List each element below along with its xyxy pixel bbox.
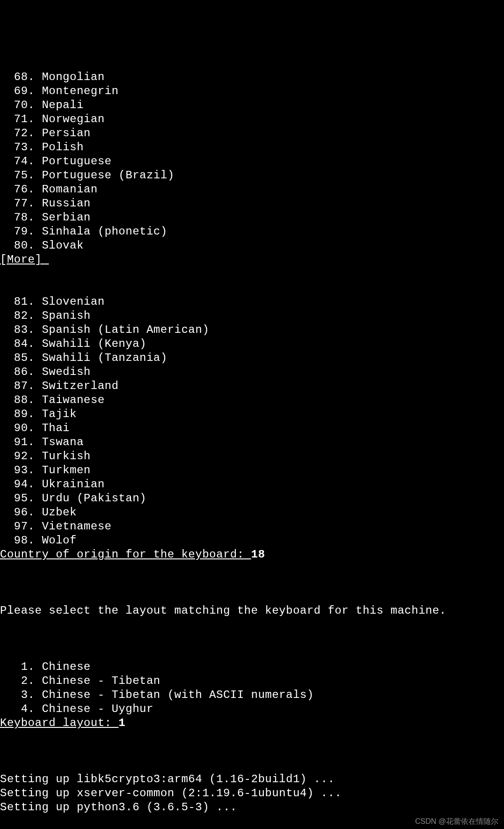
list-item: 90. Thai [0,421,504,435]
list-item: 2. Chinese - Tibetan [0,674,504,688]
list-item: 3. Chinese - Tibetan (with ASCII numeral… [0,688,504,702]
watermark: CSDN @花蕾依在情随尔 [415,817,498,826]
list-item: 74. Portuguese [0,154,504,169]
list-item: 84. Swahili (Kenya) [0,337,504,351]
list-item: 88. Taiwanese [0,393,504,407]
more-pager[interactable]: [More] [0,253,49,266]
list-item: 77. Russian [0,197,504,211]
country-origin-input[interactable]: 18 [251,548,265,561]
keyboard-layout-prompt: Keyboard layout: [0,717,118,729]
blank-line [0,632,504,646]
country-origin-prompt: Country of origin for the keyboard: [0,548,251,561]
list-item: 81. Slovenian [0,295,504,309]
list-item: 70. Nepali [0,98,504,112]
setup-line: Setting up xserver-common (2:1.19.6-1ubu… [0,786,504,800]
list-item: 96. Uzbek [0,506,504,520]
list-item: 83. Spanish (Latin American) [0,323,504,337]
setup-line: Setting up python3.6 (3.6.5-3) ... [0,800,504,814]
keyboard-layout-input[interactable]: 1 [118,717,125,729]
list-item: 75. Portuguese (Brazil) [0,169,504,183]
list-item: 72. Persian [0,126,504,140]
list-item: 86. Swedish [0,365,504,379]
list-item: 95. Urdu (Pakistan) [0,492,504,506]
list-item: 93. Turkmen [0,463,504,477]
list-item: 73. Polish [0,140,504,154]
terminal-output: 68. Mongolian 69. Montenegrin 70. Nepali… [0,56,504,829]
list-item: 97. Vietnamese [0,520,504,534]
list-item: 91. Tswana [0,435,504,449]
list-item: 76. Romanian [0,183,504,197]
list-item: 82. Spanish [0,309,504,323]
list-item: 79. Sinhala (phonetic) [0,225,504,239]
list-item: 68. Mongolian [0,70,504,84]
list-item: 87. Switzerland [0,379,504,393]
list-item: 4. Chinese - Uyghur [0,702,504,716]
list-item: 71. Norwegian [0,112,504,126]
list-item: 1. Chinese [0,660,504,674]
list-item: 98. Wolof [0,534,504,548]
list-item: 80. Slovak [0,239,504,253]
blank-line [0,267,504,281]
list-item: 94. Ukrainian [0,477,504,492]
list-item: 69. Montenegrin [0,84,504,98]
list-item: 85. Swahili (Tanzania) [0,351,504,365]
instruction-text: Please select the layout matching the ke… [0,604,504,618]
blank-line [0,576,504,590]
blank-line [0,744,504,758]
list-item: 89. Tajik [0,407,504,421]
list-item: 78. Serbian [0,211,504,225]
list-item: 92. Turkish [0,449,504,463]
setup-line: Setting up libk5crypto3:arm64 (1.16-2bui… [0,772,504,786]
